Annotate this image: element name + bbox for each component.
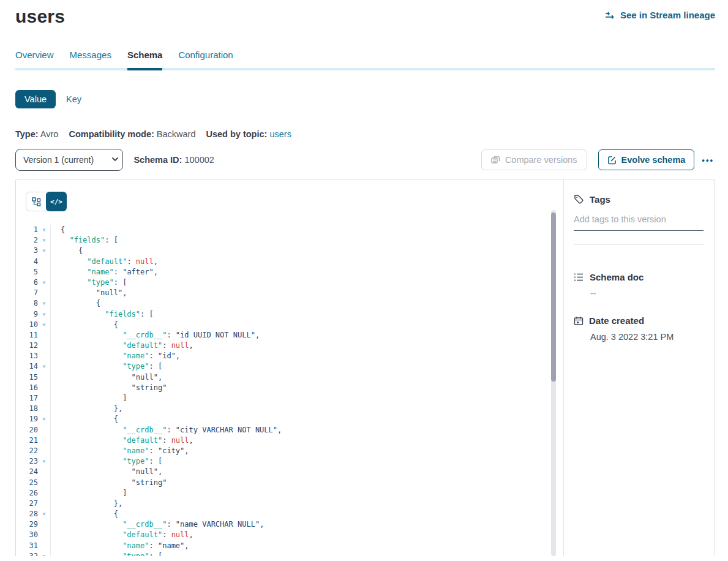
- code-line-content: },: [50, 499, 563, 509]
- schema-id-label: Schema ID:: [133, 155, 182, 165]
- fold-spacer: [38, 446, 50, 456]
- fold-toggle-icon[interactable]: ▼: [38, 320, 50, 330]
- code-line-content: "string": [50, 383, 563, 393]
- code-line: 4"default": null,: [16, 257, 563, 267]
- code-line: 16"string": [16, 383, 563, 393]
- date-created-section: Date created Aug. 3 2022 3:21 PM: [574, 315, 704, 342]
- line-number: 20: [16, 425, 38, 435]
- code-line: 3▼{: [16, 246, 563, 256]
- code-scrollbar-thumb[interactable]: [551, 213, 556, 382]
- fold-toggle-icon[interactable]: ▼: [38, 361, 50, 372]
- tags-heading-row: Tags: [574, 194, 704, 205]
- compare-versions-label: Compare versions: [505, 155, 577, 165]
- topic-link[interactable]: users: [269, 129, 291, 139]
- more-actions-button[interactable]: •••: [700, 153, 715, 167]
- value-toggle-button[interactable]: Value: [15, 90, 56, 108]
- fold-toggle-icon[interactable]: ▼: [38, 456, 50, 467]
- fold-toggle-icon[interactable]: ▼: [38, 309, 50, 320]
- line-number: 32: [16, 551, 38, 556]
- code-view-button[interactable]: </>: [46, 192, 67, 211]
- code-line-content: "null",: [50, 467, 563, 477]
- schema-page: users See in Stream lineage Overview Mes…: [0, 0, 728, 561]
- schema-type-label: Type:: [15, 129, 39, 139]
- code-line: 6▼"type": [: [16, 277, 563, 288]
- tab-overview[interactable]: Overview: [15, 50, 54, 68]
- code-line: 9▼"fields": [: [16, 309, 563, 320]
- line-number: 11: [16, 330, 38, 341]
- fold-spacer: [38, 351, 50, 361]
- code-line: 15"null",: [16, 372, 563, 383]
- line-number: 13: [16, 351, 38, 361]
- fold-toggle-icon[interactable]: ▼: [38, 246, 50, 256]
- used-by-topic: Used by topic: users: [206, 129, 291, 139]
- fold-spacer: [38, 478, 50, 488]
- code-line-content: "fields": [: [50, 309, 563, 320]
- code-line-content: "null",: [50, 372, 563, 383]
- code-scrollbar-track[interactable]: [551, 210, 556, 556]
- schema-code-panel: </> 1▼{2▼"fields": [3▼{4"default": null,…: [16, 179, 563, 556]
- stream-lineage-link[interactable]: See in Stream lineage: [605, 10, 715, 20]
- stream-lineage-icon: [605, 11, 616, 20]
- line-number: 5: [16, 267, 38, 277]
- code-line: 27},: [16, 499, 563, 509]
- evolve-schema-button[interactable]: Evolve schema: [598, 149, 695, 170]
- code-line: 29"__crdb__": "name VARCHAR NULL",: [16, 519, 563, 530]
- fold-toggle-icon[interactable]: ▼: [38, 225, 50, 235]
- schema-type: Type: Avro: [15, 129, 58, 139]
- line-number: 6: [16, 277, 38, 288]
- line-number: 18: [16, 404, 38, 414]
- line-number: 7: [16, 288, 38, 298]
- tab-schema[interactable]: Schema: [127, 50, 163, 68]
- code-line-content: "type": [: [50, 551, 563, 556]
- fold-toggle-icon[interactable]: ▼: [38, 277, 50, 288]
- tab-underline-track: [15, 68, 715, 70]
- fold-toggle-icon[interactable]: ▼: [38, 551, 50, 556]
- line-number: 15: [16, 372, 38, 383]
- code-line: 10▼{: [16, 320, 563, 330]
- code-line-content: "__crdb__": "id UUID NOT NULL",: [50, 330, 563, 341]
- line-number: 24: [16, 467, 38, 477]
- code-line: 28▼{: [16, 509, 563, 519]
- tab-configuration[interactable]: Configuration: [178, 50, 233, 68]
- schema-detail-panel: </> 1▼{2▼"fields": [3▼{4"default": null,…: [15, 179, 715, 556]
- date-created-heading: Date created: [589, 315, 644, 326]
- code-line: 12"default": null,: [16, 341, 563, 351]
- code-line-content: "string": [50, 478, 563, 488]
- line-number: 29: [16, 519, 38, 530]
- line-number: 14: [16, 361, 38, 372]
- edit-icon: [607, 156, 617, 165]
- code-line-content: "type": [: [50, 361, 563, 372]
- line-number: 16: [16, 383, 38, 393]
- code-line-content: "null",: [50, 288, 563, 298]
- tab-messages[interactable]: Messages: [70, 50, 111, 68]
- tree-view-button[interactable]: [26, 192, 47, 211]
- line-number: 21: [16, 435, 38, 446]
- code-line-content: "name": "id",: [50, 351, 563, 361]
- used-by-topic-label: Used by topic:: [206, 129, 267, 139]
- fold-spacer: [38, 519, 50, 530]
- line-number: 4: [16, 257, 38, 267]
- date-created-heading-row: Date created: [574, 315, 704, 326]
- fold-toggle-icon[interactable]: ▼: [38, 298, 50, 309]
- key-toggle-button[interactable]: Key: [66, 94, 81, 104]
- version-select[interactable]: Version 1 (current): [15, 149, 123, 171]
- compare-versions-button[interactable]: Compare versions: [481, 149, 587, 170]
- compare-icon: [491, 156, 500, 164]
- page-header: users See in Stream lineage: [15, 0, 715, 27]
- code-line-content: "name": "name",: [50, 541, 563, 551]
- add-tags-input[interactable]: [574, 212, 704, 231]
- line-number: 12: [16, 341, 38, 351]
- code-line-content: {: [50, 246, 563, 256]
- ellipsis-icon: •••: [702, 156, 714, 165]
- code-line-content: "default": null,: [50, 341, 563, 351]
- fold-toggle-icon[interactable]: ▼: [38, 509, 50, 519]
- fold-spacer: [38, 425, 50, 435]
- compatibility-mode-value: Backward: [157, 129, 196, 139]
- fold-toggle-icon[interactable]: ▼: [38, 235, 50, 246]
- schema-doc-section: Schema doc --: [574, 272, 704, 298]
- code-view-icon: </>: [50, 198, 62, 206]
- fold-spacer: [38, 330, 50, 341]
- tree-view-icon: [32, 197, 41, 206]
- code-line-content: {: [50, 298, 563, 309]
- fold-toggle-icon[interactable]: ▼: [38, 414, 50, 424]
